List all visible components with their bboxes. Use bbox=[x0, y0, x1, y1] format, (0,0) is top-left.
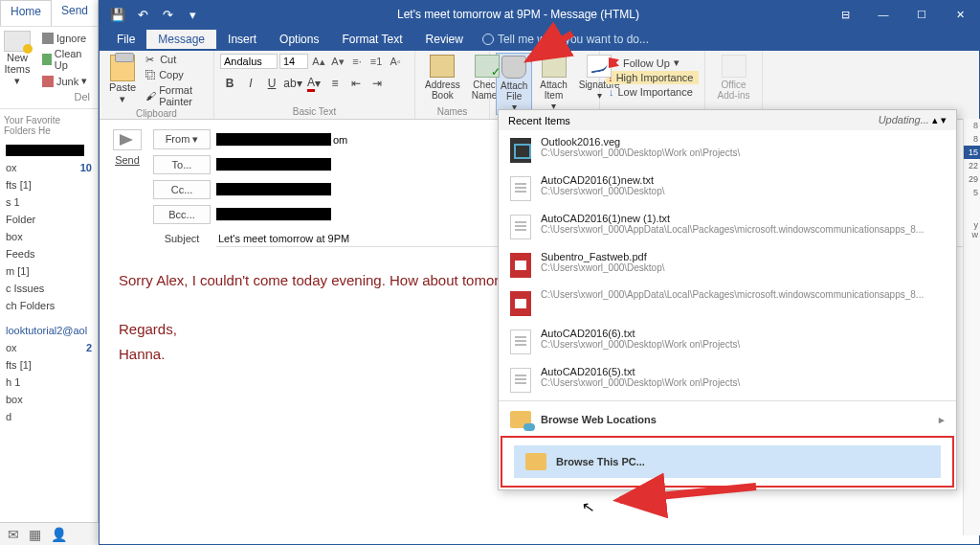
folder-nav[interactable]: xxxx ox 10 fts [1] s 1 Folder box Feeds … bbox=[0, 142, 98, 425]
minimize-button[interactable]: — bbox=[864, 1, 902, 28]
cc-value[interactable] bbox=[216, 183, 331, 196]
svg-line-0 bbox=[529, 34, 572, 59]
ignore-button[interactable]: Ignore bbox=[38, 31, 94, 46]
folder-icon bbox=[525, 453, 546, 470]
tab-insert[interactable]: Insert bbox=[216, 30, 268, 49]
nav-drafts[interactable]: fts [1] bbox=[0, 176, 98, 193]
flag-icon bbox=[609, 57, 619, 68]
nav-item[interactable]: d bbox=[0, 408, 98, 425]
chevron-right-icon: ▸ bbox=[939, 414, 945, 426]
people-view-icon[interactable]: 👤 bbox=[51, 527, 67, 542]
main-outlook-window: Home Send New Items ▾ Ignore Clean Up Ju… bbox=[0, 0, 99, 545]
nav-item[interactable]: s 1 bbox=[0, 193, 98, 211]
outdent-button[interactable]: ⇤ bbox=[346, 74, 366, 93]
file-type-icon bbox=[510, 329, 531, 354]
recent-file-item[interactable]: AutoCAD2016(6).txtC:\Users\xworl_000\Des… bbox=[499, 322, 956, 360]
brush-icon: 🖌 bbox=[145, 90, 156, 102]
browse-this-pc[interactable]: Browse This PC... bbox=[514, 445, 941, 478]
font-color-button[interactable]: A▾ bbox=[304, 74, 323, 93]
low-importance-button[interactable]: ↓Low Importance bbox=[606, 85, 699, 99]
tab-review[interactable]: Review bbox=[414, 30, 475, 49]
annotation-arrow-1 bbox=[524, 29, 582, 71]
qat-customize-icon[interactable]: ▾ bbox=[182, 4, 203, 25]
underline-button[interactable]: U bbox=[262, 74, 281, 93]
nav-inbox-2[interactable]: ox 2 bbox=[0, 339, 98, 356]
nav-account-2[interactable]: looktutorial2@aol bbox=[0, 322, 98, 339]
file-type-icon bbox=[510, 291, 531, 316]
basic-text-group-label: Basic Text bbox=[220, 106, 409, 119]
tab-options[interactable]: Options bbox=[268, 30, 330, 49]
high-importance-button[interactable]: !High Importance bbox=[606, 71, 699, 84]
office-addins-button[interactable]: Office Add-ins bbox=[711, 53, 756, 102]
junk-button[interactable]: Junk ▾ bbox=[38, 73, 94, 89]
recent-items-label: Recent Items bbox=[508, 115, 570, 126]
shrink-font-button[interactable]: A▾ bbox=[329, 53, 346, 70]
indent-button[interactable]: ⇥ bbox=[368, 74, 387, 93]
recent-files-list[interactable]: Outlook2016.vegC:\Users\xworl_000\Deskto… bbox=[499, 130, 956, 398]
nav-item[interactable]: c Issues bbox=[0, 280, 98, 297]
bullets-button[interactable]: ≡· bbox=[348, 53, 366, 70]
qat-undo-icon[interactable]: ↶ bbox=[132, 4, 153, 25]
recent-file-item[interactable]: Subentro_Fastweb.pdfC:\Users\xworl_000\D… bbox=[499, 245, 956, 284]
highlight-button[interactable]: ab▾ bbox=[283, 74, 302, 93]
browse-web-locations[interactable]: Browse Web Locations ▸ bbox=[499, 403, 956, 436]
numbering-button[interactable]: ≡1 bbox=[368, 53, 385, 70]
new-items-button[interactable]: New Items ▾ bbox=[0, 27, 34, 108]
to-value[interactable] bbox=[216, 158, 331, 171]
clear-fmt-button[interactable]: A◦ bbox=[387, 53, 404, 70]
cleanup-button[interactable]: Clean Up bbox=[38, 46, 94, 73]
close-button[interactable]: ✕ bbox=[941, 1, 979, 28]
send-button[interactable]: Send bbox=[115, 154, 140, 166]
annotation-arrow-2 bbox=[612, 479, 766, 521]
names-group-label: Names bbox=[421, 106, 483, 119]
recent-file-item[interactable]: Outlook2016.vegC:\Users\xworl_000\Deskto… bbox=[499, 130, 956, 169]
nav-item[interactable]: h 1 bbox=[0, 374, 98, 391]
nav-item[interactable]: ch Folders bbox=[0, 297, 98, 314]
address-book-button[interactable]: Address Book bbox=[421, 53, 464, 102]
nav-item[interactable]: m [1] bbox=[0, 262, 98, 280]
calendar-view-icon[interactable]: ▦ bbox=[29, 527, 41, 542]
signature-icon bbox=[587, 55, 612, 78]
bold-button[interactable]: B bbox=[220, 74, 239, 93]
tab-file[interactable]: File bbox=[105, 30, 146, 49]
nav-item[interactable]: Feeds bbox=[0, 245, 98, 262]
qat-redo-icon[interactable]: ↷ bbox=[157, 4, 178, 25]
from-button[interactable]: From ▾ bbox=[153, 129, 211, 149]
nav-inbox[interactable]: ox 10 bbox=[0, 159, 98, 176]
ribbon-options-icon[interactable]: ⊟ bbox=[826, 1, 864, 28]
recent-file-item[interactable]: AutoCAD2016(5).txtC:\Users\xworl_000\Des… bbox=[499, 360, 956, 398]
recent-file-item[interactable]: AutoCAD2016(1)new (1).txtC:\Users\xworl_… bbox=[499, 207, 956, 245]
paste-button[interactable]: Paste ▾ bbox=[105, 53, 140, 108]
file-name: AutoCAD2016(1)new (1).txt bbox=[541, 213, 945, 224]
nav-item[interactable]: fts [1] bbox=[0, 356, 98, 374]
down-arrow-icon: ↓ bbox=[609, 86, 614, 98]
recent-file-item[interactable]: AutoCAD2016(1)new.txtC:\Users\xworl_000\… bbox=[499, 169, 956, 207]
nav-item[interactable]: box bbox=[0, 391, 98, 408]
cut-button[interactable]: ✂Cut bbox=[144, 53, 208, 66]
recent-file-item[interactable]: C:\Users\xworl_000\AppData\Local\Package… bbox=[499, 284, 956, 322]
maximize-button[interactable]: ☐ bbox=[902, 1, 941, 28]
font-selector[interactable]: Andalus bbox=[220, 54, 278, 69]
bcc-value[interactable] bbox=[216, 208, 331, 221]
nav-item[interactable]: Folder bbox=[0, 211, 98, 228]
nav-item[interactable]: box bbox=[0, 228, 98, 245]
mail-view-icon[interactable]: ✉ bbox=[8, 527, 19, 542]
qat-save-icon[interactable]: 💾 bbox=[107, 4, 128, 25]
favorites-header: Your Favorite Folders He bbox=[0, 108, 98, 142]
grow-font-button[interactable]: A▴ bbox=[310, 53, 327, 70]
font-size-selector[interactable]: 14 bbox=[279, 54, 308, 69]
italic-button[interactable]: I bbox=[241, 74, 260, 93]
cc-button[interactable]: Cc... bbox=[153, 180, 211, 199]
tab-message[interactable]: Message bbox=[146, 30, 216, 49]
file-type-icon bbox=[510, 138, 531, 163]
copy-button[interactable]: ⿻Copy bbox=[144, 68, 208, 81]
follow-up-button[interactable]: Follow Up ▾ bbox=[606, 56, 699, 70]
main-tab-home[interactable]: Home bbox=[0, 0, 52, 26]
to-button[interactable]: To... bbox=[153, 155, 211, 174]
format-painter-button[interactable]: 🖌Format Painter bbox=[144, 83, 208, 108]
file-type-icon bbox=[510, 215, 531, 239]
main-tab-send[interactable]: Send bbox=[52, 0, 98, 26]
bcc-button[interactable]: Bcc... bbox=[153, 205, 211, 224]
align-button[interactable]: ≡ bbox=[325, 74, 345, 93]
tab-format-text[interactable]: Format Text bbox=[330, 30, 413, 49]
